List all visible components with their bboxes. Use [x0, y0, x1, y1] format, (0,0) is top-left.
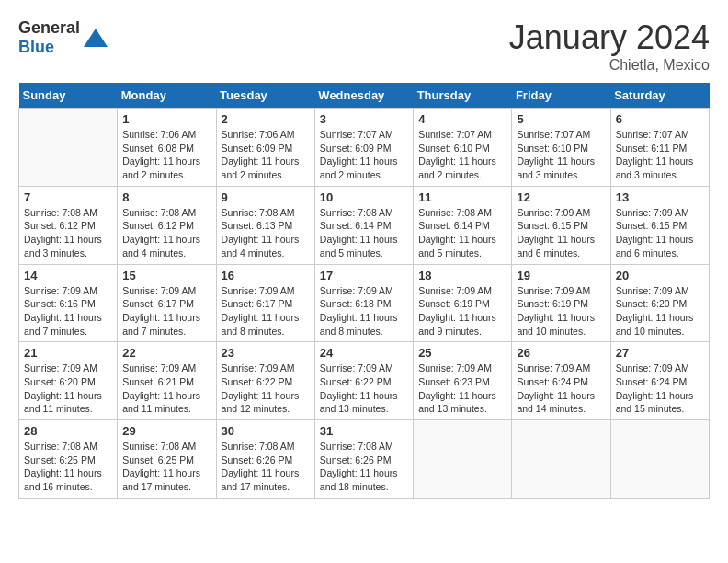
- day-detail: Sunrise: 7:07 AM Sunset: 6:09 PM Dayligh…: [320, 128, 408, 182]
- day-number: 23: [222, 346, 310, 360]
- day-detail: Sunrise: 7:07 AM Sunset: 6:11 PM Dayligh…: [616, 128, 704, 182]
- day-number: 4: [418, 112, 506, 126]
- calendar-cell: 20Sunrise: 7:09 AM Sunset: 6:20 PM Dayli…: [610, 264, 709, 342]
- calendar-header: Sunday Monday Tuesday Wednesday Thursday…: [19, 83, 710, 109]
- day-detail: Sunrise: 7:09 AM Sunset: 6:19 PM Dayligh…: [418, 284, 506, 339]
- day-number: 27: [616, 346, 704, 360]
- calendar-cell: 6Sunrise: 7:07 AM Sunset: 6:11 PM Daylig…: [610, 109, 709, 187]
- calendar-cell: [512, 420, 610, 499]
- day-detail: Sunrise: 7:09 AM Sunset: 6:18 PM Dayligh…: [320, 284, 408, 339]
- day-detail: Sunrise: 7:08 AM Sunset: 6:14 PM Dayligh…: [418, 206, 506, 260]
- calendar-cell: 10Sunrise: 7:08 AM Sunset: 6:14 PM Dayli…: [314, 186, 413, 264]
- day-detail: Sunrise: 7:07 AM Sunset: 6:10 PM Dayligh…: [517, 128, 605, 182]
- header-row: Sunday Monday Tuesday Wednesday Thursday…: [19, 83, 710, 109]
- day-detail: Sunrise: 7:09 AM Sunset: 6:17 PM Dayligh…: [222, 284, 310, 339]
- day-number: 30: [222, 424, 310, 438]
- calendar-cell: 19Sunrise: 7:09 AM Sunset: 6:19 PM Dayli…: [512, 264, 610, 342]
- day-number: 21: [24, 346, 112, 360]
- month-title: January 2024: [509, 18, 710, 57]
- day-detail: Sunrise: 7:09 AM Sunset: 6:20 PM Dayligh…: [24, 362, 112, 416]
- calendar-cell: [414, 420, 512, 499]
- calendar-cell: 2Sunrise: 7:06 AM Sunset: 6:09 PM Daylig…: [216, 109, 314, 187]
- logo-text: General Blue: [18, 18, 80, 57]
- location-title: Chietla, Mexico: [509, 57, 710, 74]
- calendar-cell: 8Sunrise: 7:08 AM Sunset: 6:12 PM Daylig…: [118, 186, 216, 264]
- calendar-cell: 17Sunrise: 7:09 AM Sunset: 6:18 PM Dayli…: [314, 264, 413, 342]
- day-number: 28: [24, 424, 112, 438]
- calendar-cell: 7Sunrise: 7:08 AM Sunset: 6:12 PM Daylig…: [19, 186, 118, 264]
- day-number: 17: [320, 269, 408, 282]
- day-detail: Sunrise: 7:09 AM Sunset: 6:24 PM Dayligh…: [616, 362, 704, 416]
- day-detail: Sunrise: 7:09 AM Sunset: 6:17 PM Dayligh…: [122, 284, 210, 339]
- day-number: 12: [517, 190, 605, 204]
- day-detail: Sunrise: 7:08 AM Sunset: 6:26 PM Dayligh…: [222, 440, 310, 494]
- week-row: 14Sunrise: 7:09 AM Sunset: 6:16 PM Dayli…: [19, 264, 710, 342]
- day-number: 9: [222, 190, 310, 204]
- day-detail: Sunrise: 7:09 AM Sunset: 6:20 PM Dayligh…: [616, 284, 704, 339]
- week-row: 28Sunrise: 7:08 AM Sunset: 6:25 PM Dayli…: [19, 420, 710, 499]
- day-detail: Sunrise: 7:08 AM Sunset: 6:14 PM Dayligh…: [320, 206, 408, 260]
- calendar-cell: [610, 420, 709, 499]
- day-number: 8: [122, 190, 210, 204]
- week-row: 21Sunrise: 7:09 AM Sunset: 6:20 PM Dayli…: [19, 342, 710, 420]
- day-number: 10: [320, 190, 408, 204]
- day-number: 22: [122, 346, 210, 360]
- day-number: 7: [24, 190, 112, 204]
- day-detail: Sunrise: 7:07 AM Sunset: 6:10 PM Dayligh…: [418, 128, 506, 182]
- col-tuesday: Tuesday: [216, 83, 314, 109]
- calendar-cell: 28Sunrise: 7:08 AM Sunset: 6:25 PM Dayli…: [19, 420, 118, 499]
- calendar-cell: 27Sunrise: 7:09 AM Sunset: 6:24 PM Dayli…: [610, 342, 709, 420]
- day-number: 1: [122, 112, 210, 126]
- logo-icon: [82, 24, 109, 52]
- logo-general: General: [18, 18, 80, 37]
- calendar-cell: 16Sunrise: 7:09 AM Sunset: 6:17 PM Dayli…: [216, 264, 314, 342]
- calendar-cell: 22Sunrise: 7:09 AM Sunset: 6:21 PM Dayli…: [118, 342, 216, 420]
- logo-blue: Blue: [18, 38, 54, 56]
- calendar-cell: 29Sunrise: 7:08 AM Sunset: 6:25 PM Dayli…: [118, 420, 216, 499]
- day-detail: Sunrise: 7:09 AM Sunset: 6:15 PM Dayligh…: [616, 206, 704, 260]
- day-number: 25: [418, 346, 506, 360]
- svg-marker-0: [84, 29, 108, 47]
- calendar-cell: 31Sunrise: 7:08 AM Sunset: 6:26 PM Dayli…: [314, 420, 413, 499]
- day-number: 19: [517, 269, 605, 282]
- day-number: 16: [222, 269, 310, 282]
- day-number: 2: [222, 112, 310, 126]
- calendar-cell: 25Sunrise: 7:09 AM Sunset: 6:23 PM Dayli…: [414, 342, 512, 420]
- day-detail: Sunrise: 7:08 AM Sunset: 6:13 PM Dayligh…: [222, 206, 310, 260]
- day-detail: Sunrise: 7:09 AM Sunset: 6:15 PM Dayligh…: [517, 206, 605, 260]
- day-detail: Sunrise: 7:08 AM Sunset: 6:25 PM Dayligh…: [24, 440, 112, 494]
- day-number: 11: [418, 190, 506, 204]
- calendar-cell: 9Sunrise: 7:08 AM Sunset: 6:13 PM Daylig…: [216, 186, 314, 264]
- day-number: 20: [616, 269, 704, 282]
- day-number: 15: [122, 269, 210, 282]
- day-detail: Sunrise: 7:09 AM Sunset: 6:19 PM Dayligh…: [517, 284, 605, 339]
- calendar-cell: [19, 109, 118, 187]
- calendar-cell: 23Sunrise: 7:09 AM Sunset: 6:22 PM Dayli…: [216, 342, 314, 420]
- calendar-cell: 4Sunrise: 7:07 AM Sunset: 6:10 PM Daylig…: [414, 109, 512, 187]
- day-detail: Sunrise: 7:08 AM Sunset: 6:12 PM Dayligh…: [122, 206, 210, 260]
- day-detail: Sunrise: 7:09 AM Sunset: 6:24 PM Dayligh…: [517, 362, 605, 416]
- day-number: 13: [616, 190, 704, 204]
- day-detail: Sunrise: 7:08 AM Sunset: 6:12 PM Dayligh…: [24, 206, 112, 260]
- calendar-cell: 3Sunrise: 7:07 AM Sunset: 6:09 PM Daylig…: [314, 109, 413, 187]
- day-number: 29: [122, 424, 210, 438]
- calendar-body: 1Sunrise: 7:06 AM Sunset: 6:08 PM Daylig…: [19, 109, 710, 499]
- col-thursday: Thursday: [414, 83, 512, 109]
- calendar-cell: 18Sunrise: 7:09 AM Sunset: 6:19 PM Dayli…: [414, 264, 512, 342]
- calendar-cell: 11Sunrise: 7:08 AM Sunset: 6:14 PM Dayli…: [414, 186, 512, 264]
- day-number: 14: [24, 269, 112, 282]
- week-row: 1Sunrise: 7:06 AM Sunset: 6:08 PM Daylig…: [19, 109, 710, 187]
- day-number: 5: [517, 112, 605, 126]
- calendar-cell: 30Sunrise: 7:08 AM Sunset: 6:26 PM Dayli…: [216, 420, 314, 499]
- day-number: 24: [320, 346, 408, 360]
- day-number: 6: [616, 112, 704, 126]
- calendar-cell: 13Sunrise: 7:09 AM Sunset: 6:15 PM Dayli…: [610, 186, 709, 264]
- calendar-table: Sunday Monday Tuesday Wednesday Thursday…: [18, 83, 710, 499]
- day-detail: Sunrise: 7:06 AM Sunset: 6:08 PM Dayligh…: [122, 128, 210, 182]
- col-saturday: Saturday: [610, 83, 709, 109]
- day-detail: Sunrise: 7:08 AM Sunset: 6:26 PM Dayligh…: [320, 440, 408, 494]
- calendar-cell: 24Sunrise: 7:09 AM Sunset: 6:22 PM Dayli…: [314, 342, 413, 420]
- day-detail: Sunrise: 7:06 AM Sunset: 6:09 PM Dayligh…: [222, 128, 310, 182]
- title-area: January 2024 Chietla, Mexico: [509, 18, 710, 74]
- logo: General Blue: [18, 18, 109, 57]
